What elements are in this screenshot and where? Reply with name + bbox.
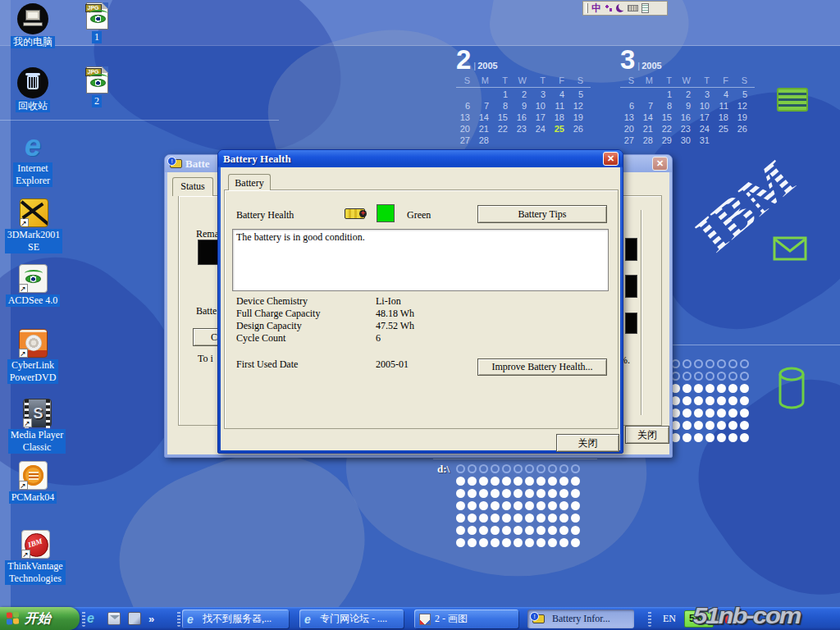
desktop-icon-3dmark2001[interactable]: ↗ 3DMark2001 SE xyxy=(2,199,66,253)
calendar-day: 1 xyxy=(494,89,513,101)
window-quick-launch-icon[interactable] xyxy=(128,612,141,625)
mail-quick-launch-icon[interactable] xyxy=(107,612,121,625)
tab-battery[interactable]: Battery xyxy=(228,174,271,190)
calendar-day: 23 xyxy=(677,124,696,135)
dots-grid-bottom xyxy=(456,464,582,550)
wallpaper-dot xyxy=(514,514,523,523)
wallpaper-dot xyxy=(536,489,546,498)
ime-notepad-icon[interactable] xyxy=(641,3,649,13)
icon-label: 我的电脑 xyxy=(11,36,55,48)
desktop-icon-my-computer[interactable]: 我的电脑 xyxy=(2,3,64,48)
wallpaper-dot xyxy=(525,514,534,523)
desktop-icon-internet-explorer[interactable]: e Internet Explorer xyxy=(2,131,64,187)
calendar-weekday: S xyxy=(733,75,752,85)
task-button-forum[interactable]: e 专门网论坛 - .... xyxy=(299,609,404,628)
calendar-year: 2005 xyxy=(637,61,661,71)
wallpaper-dot xyxy=(559,477,568,486)
calendar-day: 8 xyxy=(658,101,677,112)
wallpaper-dot xyxy=(479,501,488,510)
task-button-battery-information[interactable]: Battery Infor... xyxy=(527,609,634,628)
battery-spec-row: Full Charge Capacity48.18 Wh xyxy=(236,308,507,320)
wallpaper-dot xyxy=(468,538,477,547)
wallpaper-dot xyxy=(502,477,511,486)
close-button[interactable]: 关闭 xyxy=(625,426,669,444)
calendar-day: 26 xyxy=(569,124,588,135)
wallpaper-dot xyxy=(502,464,511,473)
task-button-server-not-found[interactable]: e 找不到服务器,... xyxy=(182,609,289,628)
my-computer-icon xyxy=(17,3,48,34)
battery-spec-row: Device ChemistryLi-Ion xyxy=(236,295,507,308)
acdsee-eye-icon xyxy=(25,275,41,283)
calendar-day: 18 xyxy=(714,112,733,124)
ime-mode-icon[interactable] xyxy=(605,4,613,12)
wallpaper-dot xyxy=(740,359,749,368)
ie-quick-launch-icon[interactable]: e xyxy=(87,612,100,625)
start-button[interactable]: 开始 xyxy=(0,607,80,630)
wallpaper-dot xyxy=(682,421,692,430)
language-indicator[interactable]: EN xyxy=(663,613,676,625)
desktop-icon-powerdvd[interactable]: ↗ CyberLink PowerDVD xyxy=(2,329,64,384)
wallpaper-dot xyxy=(502,489,511,498)
wallpaper-dot xyxy=(728,396,737,405)
desktop-icon-jpg-2[interactable]: JPG 2 xyxy=(79,66,115,107)
wallpaper-dot xyxy=(717,372,726,381)
wallpaper-dot xyxy=(456,464,465,473)
close-button[interactable]: 关闭 xyxy=(556,434,619,452)
desktop-icon-recycle-bin[interactable]: 回收站 xyxy=(2,67,64,112)
calendar-day: 18 xyxy=(550,112,569,124)
desktop-icon-media-player-classic[interactable]: S↗ Media Player Classic xyxy=(0,399,74,454)
wallpaper-dot xyxy=(479,538,488,547)
calendar-weekday: F xyxy=(550,75,569,85)
wallpaper-dot xyxy=(456,526,465,535)
ime-chinese-indicator[interactable]: 中 xyxy=(591,3,601,13)
calendar-day: 28 xyxy=(639,135,658,147)
calendar-day xyxy=(550,135,569,147)
wallpaper-dot xyxy=(717,359,726,368)
calendar-day: 13 xyxy=(620,112,639,124)
ime-language-bar[interactable]: 中 xyxy=(582,1,668,16)
start-label: 开始 xyxy=(25,610,51,628)
calendar-day: 22 xyxy=(658,124,677,135)
ime-keyboard-icon[interactable] xyxy=(628,5,638,11)
wallpaper-dot xyxy=(728,433,737,442)
wallpaper-dot xyxy=(468,489,477,498)
wallpaper-dot xyxy=(728,372,737,381)
tab-status[interactable]: Status xyxy=(172,177,213,196)
wallpaper-dot xyxy=(728,421,737,430)
desktop-icon-thinkvantage[interactable]: IBM↗ ThinkVantage Technologies xyxy=(0,530,71,585)
toolbar-grip[interactable] xyxy=(82,610,85,627)
wallpaper-dot xyxy=(694,359,703,368)
wallpaper-line xyxy=(669,345,840,345)
desktop-icon-pcmark04[interactable]: ↗ PCMark04 xyxy=(2,461,64,504)
wallpaper-dot xyxy=(479,526,488,535)
toolbar-grip[interactable] xyxy=(648,610,651,627)
improve-battery-health-button[interactable]: Improve Battery Health... xyxy=(477,358,607,376)
battery-health-label: Battery Health xyxy=(236,209,294,221)
wallpaper-dot xyxy=(548,501,557,510)
task-button-paint[interactable]: 2 - 画图 xyxy=(414,609,518,628)
battery-spec-list: Device ChemistryLi-IonFull Charge Capaci… xyxy=(236,295,507,345)
wallpaper-dot xyxy=(694,372,703,381)
overflow-chevron-icon[interactable]: » xyxy=(148,613,154,625)
wallpaper-dot xyxy=(536,464,546,473)
spec-value: Li-Ion xyxy=(376,295,401,308)
battery-health-window[interactable]: Battery Health ✕ Battery Battery Health … xyxy=(217,149,623,454)
battery-tips-button[interactable]: Battery Tips xyxy=(477,205,607,223)
calendar-day: 2 xyxy=(677,89,696,101)
jpg-file-icon: JPG xyxy=(86,66,108,94)
calendar-day: 5 xyxy=(733,89,752,101)
calendar-day xyxy=(494,135,513,147)
toolbar-grip[interactable] xyxy=(177,610,180,627)
desktop-icon-acdsee[interactable]: ↗ ACDSee 4.0 xyxy=(2,264,64,307)
close-icon[interactable]: ✕ xyxy=(603,152,619,166)
battery-health-titlebar[interactable]: Battery Health ✕ xyxy=(218,150,623,167)
wallpaper-dot xyxy=(491,538,500,547)
calendar-day: 25 xyxy=(714,124,733,135)
wallpaper-dot xyxy=(559,464,568,473)
close-icon[interactable]: ✕ xyxy=(652,157,668,171)
desktop-icon-jpg-1[interactable]: JPG 1 xyxy=(79,2,115,43)
first-used-row: First Used Date 2005-01 xyxy=(236,358,507,371)
ime-drag-handle-icon[interactable] xyxy=(586,3,588,13)
calendar-day: 24 xyxy=(532,124,550,135)
ime-fullwidth-icon[interactable] xyxy=(616,4,624,12)
